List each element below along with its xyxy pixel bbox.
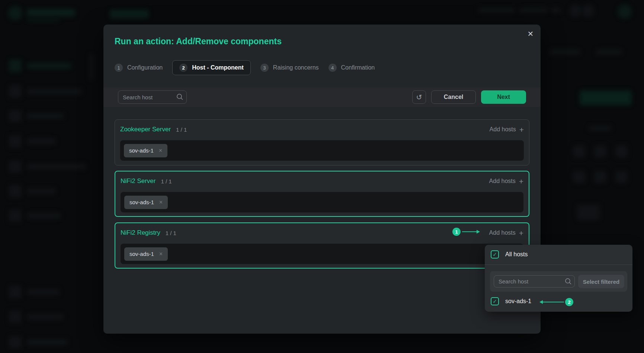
step-number-badge: 2 [179,64,188,72]
component-host-count: 1 / 1 [176,126,187,133]
add-hosts-label: Add hosts [489,178,516,184]
step-raising-concerns[interactable]: 3 Raising concerns [260,64,319,72]
step-number-badge: 1 [115,64,123,72]
annotation-badge-2: 2 [565,298,573,306]
search-icon [176,93,183,100]
dropdown-divider [485,264,632,265]
host-chip-label: sov-ads-1 [129,199,154,205]
close-icon[interactable]: ✕ [526,29,535,39]
component-host-count: 1 / 1 [161,178,172,184]
add-hosts-dropdown: ✓ All hosts Select filtered ✓ sov-ads-1 [485,245,632,312]
toolbar-actions: ↺ Cancel Next [412,90,526,104]
host-chip[interactable]: sov-ads-1 × [124,144,167,157]
component-name: NiFi2 Server [121,177,156,185]
app-root: ✕ Run an action: Add/Remove components 1… [0,0,644,353]
all-hosts-checkbox[interactable]: ✓ [491,250,499,259]
plus-icon: + [519,126,524,134]
host-option-label: sov-ads-1 [505,298,531,305]
toolbar: ↺ Cancel Next [103,87,541,107]
component-name: NiFi2 Registry [121,229,160,237]
search-host-field [118,90,187,104]
modal-title: Run an action: Add/Remove components [115,36,282,46]
plus-icon: + [519,229,523,237]
reset-button[interactable]: ↺ [412,90,426,104]
host-option-checkbox[interactable]: ✓ [491,297,499,305]
select-filtered-button[interactable]: Select filtered [578,275,624,288]
component-section-nifi2-server: NiFi2 Server 1 / 1 Add hosts + sov-ads-1… [115,171,529,217]
remove-host-icon[interactable]: × [159,147,162,154]
next-button[interactable]: Next [481,90,526,104]
dropdown-filter-box: Select filtered [490,271,627,292]
host-chips-container: sov-ads-1 × [121,192,523,212]
add-hosts-label: Add hosts [489,230,516,236]
host-chip[interactable]: sov-ads-1 × [124,196,168,209]
step-label: Confirmation [341,64,375,71]
add-hosts-button[interactable]: Add hosts + [489,177,523,185]
step-confirmation[interactable]: 4 Confirmation [329,64,375,72]
host-option-sov-ads-1[interactable]: ✓ sov-ads-1 [491,297,531,305]
host-chip[interactable]: sov-ads-1 × [124,247,168,261]
reset-icon: ↺ [416,93,422,101]
host-chip-label: sov-ads-1 [129,147,154,154]
all-hosts-label: All hosts [505,251,528,258]
remove-host-icon[interactable]: × [159,251,163,257]
component-name: Zookeeper Server [120,126,171,133]
run-action-modal: ✕ Run an action: Add/Remove components 1… [103,25,541,334]
stepper: 1 Configuration 2 Host - Component 3 Rai… [115,60,375,76]
step-number-badge: 4 [329,64,337,72]
dropdown-search-field [494,275,575,288]
annotation-badge-1: 1 [452,228,461,236]
step-configuration[interactable]: 1 Configuration [115,64,163,72]
search-icon [565,278,572,285]
component-section-nifi2-registry: NiFi2 Registry 1 / 1 Add hosts + sov-ads… [115,222,529,269]
component-host-count: 1 / 1 [166,230,176,236]
plus-icon: + [519,177,523,185]
cancel-button[interactable]: Cancel [431,90,476,104]
component-section-header: NiFi2 Registry 1 / 1 Add hosts + [121,228,523,238]
dropdown-search-input[interactable] [494,275,575,288]
component-section-zookeeper-server: Zookeeper Server 1 / 1 Add hosts + sov-a… [115,119,529,166]
step-label: Host - Component [192,64,244,71]
component-section-header: Zookeeper Server 1 / 1 Add hosts + [120,125,524,134]
host-chips-container: sov-ads-1 × [120,140,524,161]
step-label: Configuration [127,64,163,71]
host-chips-container: sov-ads-1 × [121,244,523,264]
add-hosts-button[interactable]: Add hosts + [490,126,524,134]
step-host-component[interactable]: 2 Host - Component [172,60,251,75]
step-label: Raising concerns [273,64,319,71]
component-section-header: NiFi2 Server 1 / 1 Add hosts + [121,176,523,186]
all-hosts-row[interactable]: ✓ All hosts [491,250,528,259]
add-hosts-button-nifi2-registry[interactable]: Add hosts + [489,229,523,237]
add-hosts-label: Add hosts [490,126,516,133]
host-chip-label: sov-ads-1 [129,251,154,257]
remove-host-icon[interactable]: × [159,199,163,206]
step-number-badge: 3 [260,64,269,72]
